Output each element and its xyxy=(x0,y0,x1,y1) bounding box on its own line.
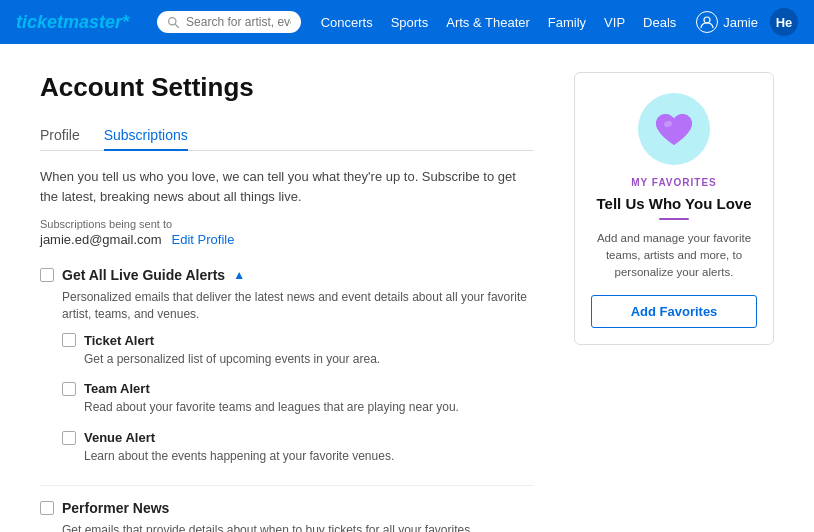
nav-vip[interactable]: VIP xyxy=(604,15,625,30)
favorites-card: MY FAVORITES Tell Us Who You Love Add an… xyxy=(574,72,774,345)
tab-profile[interactable]: Profile xyxy=(40,121,80,151)
logo-text: ticketmaster xyxy=(16,12,122,32)
logo-star: * xyxy=(122,12,129,32)
page-title: Account Settings xyxy=(40,72,534,103)
sub-item-title-team: Team Alert xyxy=(84,381,150,396)
search-bar[interactable] xyxy=(157,11,301,33)
section-performer-news: Performer News Get emails that provide d… xyxy=(40,500,534,532)
heart-background xyxy=(638,93,710,165)
main-content: Account Settings Profile Subscriptions W… xyxy=(0,44,814,532)
sub-item-desc-team: Read about your favorite teams and leagu… xyxy=(84,399,534,416)
collapse-icon-live-guide[interactable]: ▲ xyxy=(233,268,245,282)
search-icon xyxy=(167,16,180,29)
nav-concerts[interactable]: Concerts xyxy=(321,15,373,30)
left-column: Account Settings Profile Subscriptions W… xyxy=(40,72,534,532)
user-icon xyxy=(696,11,718,33)
favorites-title: Tell Us Who You Love xyxy=(591,194,757,214)
checkbox-team-alert[interactable] xyxy=(62,382,76,396)
favorites-desc: Add and manage your favorite teams, arti… xyxy=(591,230,757,282)
email-row: jamie.ed@gmail.com Edit Profile xyxy=(40,232,534,247)
user-menu[interactable]: Jamie xyxy=(696,11,758,33)
subscription-email: jamie.ed@gmail.com xyxy=(40,232,162,247)
section-desc-performer: Get emails that provide details about wh… xyxy=(62,522,534,532)
section-desc-live-guide: Personalized emails that deliver the lat… xyxy=(62,289,534,323)
svg-point-2 xyxy=(704,17,710,23)
checkbox-live-guide[interactable] xyxy=(40,268,54,282)
divider-1 xyxy=(40,485,534,486)
sub-item-title-ticket: Ticket Alert xyxy=(84,333,154,348)
add-favorites-button[interactable]: Add Favorites xyxy=(591,295,757,328)
search-input[interactable] xyxy=(186,15,291,29)
nav-deals[interactable]: Deals xyxy=(643,15,676,30)
sub-item-header-team: Team Alert xyxy=(62,381,534,396)
description-text: When you tell us who you love, we can te… xyxy=(40,167,534,206)
heart-container xyxy=(591,93,757,165)
sub-item-header-ticket: Ticket Alert xyxy=(62,333,534,348)
help-button[interactable]: He xyxy=(770,8,798,36)
nav-sports[interactable]: Sports xyxy=(391,15,429,30)
nav-right: Jamie He xyxy=(696,8,798,36)
tab-subscriptions[interactable]: Subscriptions xyxy=(104,121,188,151)
section-header-performer: Performer News xyxy=(40,500,534,516)
heart-icon xyxy=(652,109,696,149)
sub-item-title-venue: Venue Alert xyxy=(84,430,155,445)
email-label: Subscriptions being sent to xyxy=(40,218,534,230)
favorites-underline xyxy=(659,218,689,220)
sub-item-desc-ticket: Get a personalized list of upcoming even… xyxy=(84,351,534,368)
section-header-live-guide: Get All Live Guide Alerts ▲ xyxy=(40,267,534,283)
section-live-guide: Get All Live Guide Alerts ▲ Personalized… xyxy=(40,267,534,465)
sub-item-desc-venue: Learn about the events happening at your… xyxy=(84,448,534,465)
favorites-label: MY FAVORITES xyxy=(591,177,757,188)
section-title-live-guide: Get All Live Guide Alerts xyxy=(62,267,225,283)
nav-arts-theater[interactable]: Arts & Theater xyxy=(446,15,530,30)
logo[interactable]: ticketmaster* xyxy=(16,12,129,33)
sub-item-venue-alert: Venue Alert Learn about the events happe… xyxy=(62,430,534,465)
nav-links: Concerts Sports Arts & Theater Family VI… xyxy=(321,15,677,30)
svg-line-1 xyxy=(175,24,179,28)
user-name: Jamie xyxy=(723,15,758,30)
checkbox-ticket-alert[interactable] xyxy=(62,333,76,347)
checkbox-performer-news[interactable] xyxy=(40,501,54,515)
sub-item-team-alert: Team Alert Read about your favorite team… xyxy=(62,381,534,416)
help-label: He xyxy=(776,15,793,30)
sub-item-ticket-alert: Ticket Alert Get a personalized list of … xyxy=(62,333,534,368)
tabs: Profile Subscriptions xyxy=(40,121,534,151)
navbar: ticketmaster* Concerts Sports Arts & The… xyxy=(0,0,814,44)
edit-profile-link[interactable]: Edit Profile xyxy=(172,232,235,247)
section-title-performer: Performer News xyxy=(62,500,169,516)
svg-point-0 xyxy=(169,17,176,24)
checkbox-venue-alert[interactable] xyxy=(62,431,76,445)
right-column: MY FAVORITES Tell Us Who You Love Add an… xyxy=(574,72,774,532)
nav-family[interactable]: Family xyxy=(548,15,586,30)
sub-item-header-venue: Venue Alert xyxy=(62,430,534,445)
